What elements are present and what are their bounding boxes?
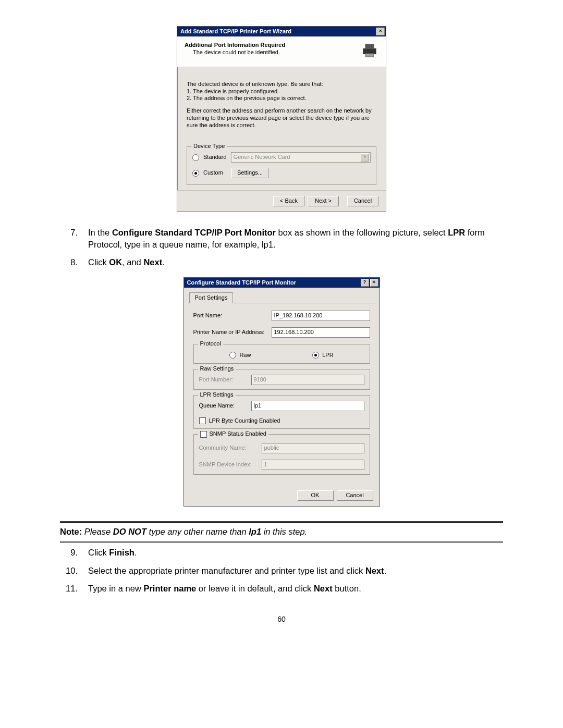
step-8-text-c: . — [162, 257, 165, 267]
step-7-text-b: box as shown in the following picture, s… — [276, 228, 448, 237]
close-icon[interactable]: × — [376, 28, 385, 35]
step-7: 7. In the Configure Standard TCP/IP Port… — [60, 227, 503, 250]
steps-list-1: 7. In the Configure Standard TCP/IP Port… — [60, 227, 503, 268]
step-9-text-b: . — [134, 548, 137, 557]
snmp-index-value: 1 — [264, 461, 267, 468]
chevron-down-icon[interactable]: ▾ — [361, 153, 369, 162]
lpr-settings-fieldset: LPR Settings Queue Name: lp1 LPR Byte Co… — [193, 395, 370, 429]
step-9-bold: Finish — [109, 548, 134, 557]
radio-custom[interactable] — [192, 170, 199, 177]
raw-settings-fieldset: Raw Settings Port Number: 9100 — [193, 369, 370, 390]
raw-port-input: 9100 — [251, 375, 364, 385]
lpr-settings-legend: LPR Settings — [198, 391, 236, 399]
snmp-enabled-checkbox[interactable] — [200, 431, 207, 438]
device-type-fieldset: Device Type Standard Generic Network Car… — [187, 146, 376, 185]
raw-port-label: Port Number: — [199, 376, 251, 384]
queue-name-input[interactable]: lp1 — [251, 401, 364, 411]
wizard-footer: < Back Next > Cancel — [177, 190, 386, 212]
port-monitor-titlebar: Configure Standard TCP/IP Port Monitor ?… — [184, 278, 380, 288]
step-8: 8. Click OK, and Next. — [60, 256, 503, 268]
lpr-byte-label: LPR Byte Counting Enabled — [209, 417, 280, 425]
step-8-text-a: Click — [88, 257, 109, 267]
lpr-byte-checkbox[interactable] — [199, 417, 206, 424]
step-9-number: 9. — [60, 547, 78, 558]
step-7-bold-2: LPR — [448, 228, 465, 237]
cancel-button[interactable]: Cancel — [347, 196, 378, 206]
step-10-text-b: . — [384, 566, 387, 575]
help-icon[interactable]: ? — [361, 279, 369, 287]
tab-panel: Port Name: IP_192.168.10.200 Printer Nam… — [187, 303, 376, 486]
radio-standard[interactable] — [192, 154, 199, 161]
step-11-number: 11. — [60, 583, 78, 594]
radio-raw-label: Raw — [239, 352, 251, 359]
wizard-dialog: Add Standard TCP/IP Printer Port Wizard … — [177, 26, 386, 212]
raw-settings-legend: Raw Settings — [198, 365, 236, 373]
radio-raw[interactable] — [229, 352, 236, 359]
step-10-bold: Next — [365, 566, 384, 575]
next-button[interactable]: Next > — [308, 196, 339, 206]
printer-icon — [361, 42, 378, 61]
note-line: Note: Please DO NOT type any other name … — [60, 527, 503, 537]
ok-button[interactable]: OK — [297, 490, 334, 501]
step-11: 11. Type in a new Printer name or leave … — [60, 583, 503, 594]
step-10-number: 10. — [60, 565, 78, 576]
step-9: 9. Click Finish. — [60, 547, 503, 558]
cancel-button[interactable]: Cancel — [337, 490, 373, 501]
port-monitor-title-text: Configure Standard TCP/IP Port Monitor — [187, 279, 296, 287]
queue-name-label: Queue Name: — [199, 402, 251, 410]
close-icon[interactable]: × — [370, 279, 378, 287]
msg-para2: Either correct the address and perform a… — [187, 107, 376, 129]
device-type-legend: Device Type — [191, 143, 227, 150]
radio-standard-label: Standard — [203, 154, 227, 161]
step-11-bold-1: Printer name — [143, 584, 196, 593]
msg-bullet-1: 1. The device is properly configured. — [187, 88, 376, 95]
step-10: 10. Select the appropriate printer manuf… — [60, 565, 503, 576]
wizard-header-title: Additional Port Information Required — [185, 42, 285, 49]
tab-port-settings[interactable]: Port Settings — [189, 292, 234, 303]
port-name-input[interactable]: IP_192.168.10.200 — [272, 311, 370, 321]
note-lp1: lp1 — [249, 527, 261, 536]
step-7-number: 7. — [60, 227, 78, 250]
port-monitor-footer: OK Cancel — [184, 485, 380, 506]
note-donot: DO NOT — [113, 527, 146, 536]
step-8-number: 8. — [60, 256, 78, 268]
protocol-legend: Protocol — [198, 340, 223, 348]
radio-lpr[interactable] — [312, 352, 319, 359]
step-8-bold-1: OK — [109, 257, 122, 267]
note-prefix: Note: — [60, 527, 82, 536]
note-post: in this step. — [261, 527, 307, 536]
protocol-fieldset: Protocol Raw LPR — [193, 344, 370, 364]
step-8-bold-2: Next — [143, 257, 162, 267]
wizard-body: The detected device is of unknown type. … — [177, 67, 386, 191]
raw-port-value: 9100 — [254, 376, 266, 384]
port-monitor-dialog: Configure Standard TCP/IP Port Monitor ?… — [183, 277, 380, 507]
msg-intro: The detected device is of unknown type. … — [187, 81, 376, 88]
snmp-index-input: 1 — [262, 460, 364, 470]
back-button[interactable]: < Back — [273, 196, 304, 206]
page-number: 60 — [60, 615, 503, 623]
step-10-text-a: Select the appropriate printer manufactu… — [88, 566, 365, 575]
community-name-label: Community Name: — [199, 445, 262, 452]
divider-bottom — [60, 541, 503, 542]
step-11-bold-2: Next — [314, 584, 333, 593]
note-mid1: Please — [82, 527, 113, 536]
device-type-combo[interactable]: Generic Network Card ▾ — [231, 152, 371, 163]
ip-address-input[interactable]: 192.168.10.200 — [272, 327, 370, 338]
wizard-header: Additional Port Information Required The… — [177, 36, 386, 67]
step-7-bold-1: Configure Standard TCP/IP Port Monitor — [112, 228, 276, 237]
svg-rect-1 — [365, 44, 374, 49]
radio-custom-label: Custom — [203, 169, 227, 177]
snmp-index-label: SNMP Device Index: — [199, 461, 262, 468]
step-7-text-a: In the — [88, 228, 112, 237]
step-11-text-c: button. — [333, 584, 361, 593]
snmp-enabled-label: SNMP Status Enabled — [210, 430, 266, 438]
svg-rect-0 — [363, 48, 376, 54]
step-11-text-a: Type in a new — [88, 584, 143, 593]
queue-name-value: lp1 — [254, 402, 262, 410]
svg-rect-3 — [366, 55, 373, 55]
port-name-value: IP_192.168.10.200 — [274, 312, 323, 319]
settings-button[interactable]: Settings... — [231, 168, 268, 178]
step-8-text-b: , and — [122, 257, 143, 267]
wizard-titlebar: Add Standard TCP/IP Printer Port Wizard … — [177, 27, 386, 36]
msg-bullet-2: 2. The address on the previous page is c… — [187, 95, 376, 102]
